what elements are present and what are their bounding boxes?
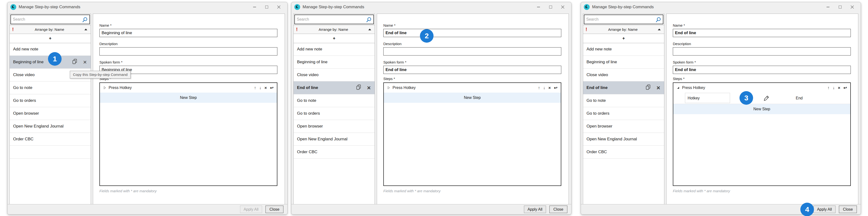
close-button[interactable]: Close xyxy=(266,206,283,213)
list-item[interactable]: Add new note xyxy=(293,43,375,56)
description-field[interactable] xyxy=(99,47,277,56)
step-press-hotkey[interactable]: Press Hotkey ↑ ↓ × ↩ xyxy=(100,83,277,93)
name-field[interactable] xyxy=(673,29,851,37)
undo-step-icon[interactable]: ↩ xyxy=(554,86,557,90)
list-item-selected[interactable]: End of line × xyxy=(293,82,375,94)
name-field[interactable] xyxy=(99,29,277,37)
list-item[interactable]: Go to orders xyxy=(10,94,91,107)
window-manage-commands-3: Manage Step-by-step Commands ! Arrange b… xyxy=(581,2,861,215)
move-step-down-icon[interactable]: ↓ xyxy=(259,86,261,90)
minimize-icon xyxy=(253,7,256,7)
delete-step-icon[interactable]: × xyxy=(838,86,840,90)
list-item[interactable]: Open New England Journal xyxy=(10,120,91,133)
delete-command-icon[interactable]: × xyxy=(83,59,87,65)
command-list: Add new note Beginning of line Close vid… xyxy=(293,43,375,204)
search-input[interactable] xyxy=(584,15,663,24)
add-command-button[interactable]: + xyxy=(293,34,375,43)
maximize-button[interactable] xyxy=(545,2,557,12)
list-item[interactable]: Go to note xyxy=(10,82,91,94)
spoken-form-field[interactable] xyxy=(673,66,851,74)
move-step-down-icon[interactable]: ↓ xyxy=(833,86,835,90)
arrange-by-header[interactable]: ! Arrange by: Name xyxy=(293,25,375,34)
delete-command-icon[interactable]: × xyxy=(367,85,371,91)
list-item[interactable]: Order CBC xyxy=(583,146,664,158)
list-item-selected[interactable]: End of line × xyxy=(583,82,664,94)
step-press-hotkey[interactable]: Press Hotkey ↑ ↓ × ↩ xyxy=(673,83,850,93)
name-field[interactable] xyxy=(383,29,561,37)
arrange-by-header[interactable]: ! Arrange by: Name xyxy=(583,25,664,34)
list-item[interactable]: Beginning of line xyxy=(293,56,375,69)
titlebar[interactable]: Manage Step-by-step Commands xyxy=(581,2,861,12)
minimize-button[interactable] xyxy=(822,2,834,12)
description-field[interactable] xyxy=(673,47,851,56)
list-item[interactable]: Go to note xyxy=(293,94,375,107)
list-item[interactable]: Open browser xyxy=(293,120,375,133)
arrange-by-header[interactable]: ! Arrange by: Name xyxy=(10,25,91,34)
move-step-up-icon[interactable]: ↑ xyxy=(828,86,830,90)
spoken-form-field[interactable] xyxy=(383,66,561,74)
close-window-button[interactable] xyxy=(846,2,858,12)
search-icon[interactable] xyxy=(82,17,88,24)
minimize-button[interactable] xyxy=(532,2,545,12)
list-item[interactable]: Go to note xyxy=(583,94,664,107)
list-item[interactable]: Add new note xyxy=(583,43,664,56)
mandatory-note: Fields marked with * are mandatory xyxy=(99,189,157,193)
titlebar[interactable]: Manage Step-by-step Commands xyxy=(291,2,571,12)
annotation-badge-1: 1 xyxy=(48,52,62,66)
add-command-button[interactable]: + xyxy=(10,34,91,43)
new-step-button[interactable]: New Step xyxy=(384,93,561,103)
list-item[interactable]: Go to orders xyxy=(293,107,375,120)
search-input[interactable] xyxy=(11,15,90,24)
search-icon[interactable] xyxy=(655,17,661,24)
apply-all-button[interactable]: Apply All xyxy=(524,206,546,213)
list-item[interactable]: Open browser xyxy=(10,107,91,120)
delete-command-icon[interactable]: × xyxy=(657,85,660,91)
expander-collapsed-icon[interactable] xyxy=(103,86,107,90)
search-icon[interactable] xyxy=(366,17,372,24)
delete-step-icon[interactable]: × xyxy=(549,86,551,90)
dragon-app-icon xyxy=(10,4,16,10)
step-press-hotkey[interactable]: Press Hotkey ↑ ↓ × ↩ xyxy=(384,83,561,93)
copy-command-icon[interactable] xyxy=(356,84,361,91)
move-step-up-icon[interactable]: ↑ xyxy=(538,86,540,90)
hotkey-dropdown[interactable]: Hotkey xyxy=(685,93,730,103)
window-title: Manage Step-by-step Commands xyxy=(19,2,80,12)
new-step-button[interactable]: New Step xyxy=(673,104,850,114)
screenshot-canvas: { "app": { "title": "Manage Step-by-step… xyxy=(0,0,868,216)
maximize-button[interactable] xyxy=(834,2,846,12)
apply-all-button[interactable]: Apply All xyxy=(240,206,262,213)
list-item[interactable]: Open browser xyxy=(583,120,664,133)
description-field[interactable] xyxy=(383,47,561,56)
search-input[interactable] xyxy=(295,15,373,24)
list-item[interactable]: Close video xyxy=(293,69,375,82)
expander-collapsed-icon[interactable] xyxy=(387,86,391,90)
copy-command-icon[interactable] xyxy=(72,59,78,66)
close-button[interactable]: Close xyxy=(839,206,857,213)
close-button[interactable]: Close xyxy=(550,206,567,213)
new-step-button[interactable]: New Step xyxy=(100,93,277,103)
undo-step-icon[interactable]: ↩ xyxy=(843,86,847,90)
list-item[interactable]: Order CBC xyxy=(10,133,91,146)
move-step-down-icon[interactable]: ↓ xyxy=(543,86,545,90)
minimize-button[interactable] xyxy=(249,2,261,12)
list-item[interactable]: Close video xyxy=(583,69,664,82)
expander-expanded-icon[interactable] xyxy=(676,86,680,90)
window-manage-commands-1: Manage Step-by-step Commands ! Arrange b… xyxy=(7,2,287,215)
maximize-button[interactable] xyxy=(261,2,273,12)
list-item[interactable]: Open New England Journal xyxy=(293,133,375,146)
move-step-up-icon[interactable]: ↑ xyxy=(254,86,256,90)
edit-pencil-icon[interactable] xyxy=(764,95,769,102)
apply-all-button[interactable]: Apply All xyxy=(813,206,836,213)
delete-step-icon[interactable]: × xyxy=(265,86,267,90)
minimize-icon xyxy=(827,7,830,7)
list-item[interactable]: Open New England Journal xyxy=(583,133,664,146)
close-window-button[interactable] xyxy=(273,2,285,12)
list-item[interactable]: Order CBC xyxy=(293,146,375,158)
copy-command-icon[interactable] xyxy=(645,84,651,91)
undo-step-icon[interactable]: ↩ xyxy=(270,86,274,90)
add-command-button[interactable]: + xyxy=(583,34,664,43)
titlebar[interactable]: Manage Step-by-step Commands xyxy=(7,2,287,12)
close-window-button[interactable] xyxy=(557,2,569,12)
list-item[interactable]: Beginning of line xyxy=(583,56,664,69)
list-item[interactable]: Go to orders xyxy=(583,107,664,120)
